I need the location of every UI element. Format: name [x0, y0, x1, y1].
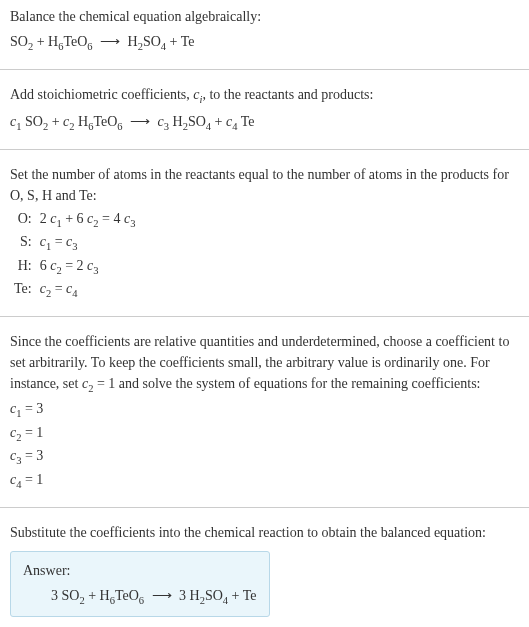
eq-row-Te: Te: c2 = c4	[10, 278, 135, 302]
step2-suffix: , to the reactants and products:	[202, 87, 373, 102]
eq-val-S: c1 = c3	[40, 231, 136, 255]
step4-suffix: and solve the system of equations for th…	[115, 376, 480, 391]
step-add-coefficients: Add stoichiometric coefficients, ci, to …	[0, 78, 529, 141]
answer-label: Answer:	[23, 560, 257, 581]
eq-label-Te: Te:	[10, 278, 40, 302]
step-substitute: Substitute the coefficients into the che…	[0, 516, 529, 624]
step3-text: Set the number of atoms in the reactants…	[10, 164, 519, 206]
eq-row-O: O: 2 c1 + 6 c2 = 4 c3	[10, 208, 135, 232]
step4-mid: = 1	[93, 376, 115, 391]
answer-box: Answer: 3 SO2 + H6TeO6 ⟶ 3 H2SO4 + Te	[10, 551, 270, 618]
divider-2	[0, 149, 529, 150]
coef-c4: c4 = 1	[10, 469, 519, 493]
step2-prefix: Add stoichiometric coefficients,	[10, 87, 193, 102]
eq-val-O: 2 c1 + 6 c2 = 4 c3	[40, 208, 136, 232]
reaction-unbalanced: SO2 + H6TeO6 ⟶ H2SO4 + Te	[10, 31, 519, 55]
divider-4	[0, 507, 529, 508]
eq-val-Te: c2 = c4	[40, 278, 136, 302]
step4-text: Since the coefficients are relative quan…	[10, 331, 519, 397]
reaction-with-coefs: c1 SO2 + c2 H6TeO6 ⟶ c3 H2SO4 + c4 Te	[10, 111, 519, 135]
coef-c2: c2 = 1	[10, 422, 519, 446]
eq-row-S: S: c1 = c3	[10, 231, 135, 255]
step-balance-prompt: Balance the chemical equation algebraica…	[0, 0, 529, 61]
step2-text: Add stoichiometric coefficients, ci, to …	[10, 84, 519, 108]
step1-text: Balance the chemical equation algebraica…	[10, 6, 519, 27]
answer-equation: 3 SO2 + H6TeO6 ⟶ 3 H2SO4 + Te	[23, 585, 257, 609]
step5-text: Substitute the coefficients into the che…	[10, 522, 519, 543]
atom-equation-table: O: 2 c1 + 6 c2 = 4 c3 S: c1 = c3 H: 6 c2…	[10, 208, 135, 302]
eq-label-S: S:	[10, 231, 40, 255]
eq-label-O: O:	[10, 208, 40, 232]
coef-c3: c3 = 3	[10, 445, 519, 469]
coefficient-solutions: c1 = 3 c2 = 1 c3 = 3 c4 = 1	[10, 398, 519, 492]
coef-c1: c1 = 3	[10, 398, 519, 422]
eq-label-H: H:	[10, 255, 40, 279]
step-solve-coefs: Since the coefficients are relative quan…	[0, 325, 529, 499]
divider-1	[0, 69, 529, 70]
divider-3	[0, 316, 529, 317]
eq-row-H: H: 6 c2 = 2 c3	[10, 255, 135, 279]
step-atom-equations: Set the number of atoms in the reactants…	[0, 158, 529, 308]
eq-val-H: 6 c2 = 2 c3	[40, 255, 136, 279]
